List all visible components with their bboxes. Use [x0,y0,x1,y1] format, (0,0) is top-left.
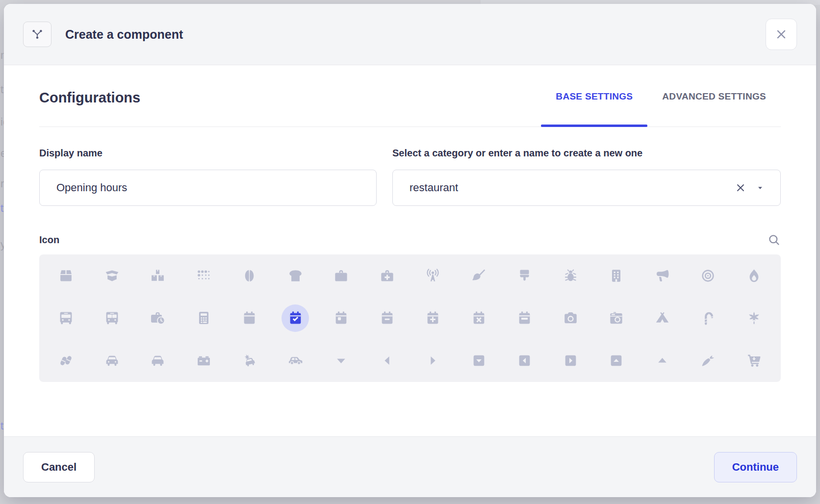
form-fields: Display name Select a category or enter … [39,148,781,206]
background-text-fragment: t [0,202,3,215]
continue-button[interactable]: Continue [714,452,797,482]
calendar-icon[interactable] [236,304,263,332]
camera-icon[interactable] [557,304,584,332]
briefcase-medical-icon[interactable] [373,262,401,289]
caret-square-right-icon[interactable] [557,347,584,375]
broadcast-tower-icon[interactable] [419,262,447,289]
display-name-input[interactable] [39,170,377,206]
modal-header: Create a component [4,4,816,65]
search-icon[interactable] [768,233,781,247]
calendar-day-icon[interactable] [328,304,355,332]
camera-retro-icon[interactable] [603,304,630,332]
modal-title: Create a component [65,27,183,42]
cancel-button[interactable]: Cancel [23,452,95,482]
category-label: Select a category or enter a name to cre… [392,148,781,159]
create-component-modal: Create a component Configurations BASE S… [4,4,816,497]
background-text-fragments: nticertyt [0,0,4,504]
modal-body: Configurations BASE SETTINGS ADVANCED SE… [4,90,816,382]
building-icon[interactable] [603,262,630,289]
background-text-fragment: ic [0,116,4,128]
background-text-fragment: t [0,83,3,96]
car-icon[interactable] [98,347,126,375]
tab-advanced-settings[interactable]: ADVANCED SETTINGS [647,91,781,126]
category-field-group: Select a category or enter a name to cre… [392,148,781,206]
component-icon [31,28,44,41]
car-battery-icon[interactable] [190,347,217,375]
section-title: Configurations [39,90,140,126]
box-open-icon[interactable] [98,262,126,289]
display-name-label: Display name [39,148,377,159]
car-alt-icon[interactable] [144,347,172,375]
background-text-fragment: e [0,147,4,160]
calculator-icon[interactable] [190,304,217,332]
category-input[interactable] [392,170,781,206]
category-combobox [392,170,781,206]
calendar-times-icon[interactable] [465,304,492,332]
section-head: Configurations BASE SETTINGS ADVANCED SE… [39,90,781,127]
display-name-field-group: Display name [39,148,377,206]
tab-bar: BASE SETTINGS ADVANCED SETTINGS [541,91,781,126]
carrot-icon[interactable] [694,347,722,375]
business-time-icon[interactable] [144,304,172,332]
caret-square-left-icon[interactable] [511,347,538,375]
bus-alt-icon[interactable] [98,304,126,332]
burn-icon[interactable] [740,262,768,289]
modal-footer: Cancel Continue [4,436,816,497]
background-text-fragment: r [0,177,4,190]
bug-icon[interactable] [557,262,584,289]
briefcase-icon[interactable] [328,262,355,289]
car-crash-icon[interactable] [236,347,263,375]
braille-icon[interactable] [190,262,217,289]
caret-square-down-icon[interactable] [465,347,492,375]
close-icon [775,28,788,41]
background-text-fragment: y [0,238,4,251]
caret-square-up-icon[interactable] [603,347,630,375]
bullseye-icon[interactable] [694,262,722,289]
brush-icon[interactable] [511,262,538,289]
caret-right-icon[interactable] [419,347,447,375]
cart-arrow-down-icon[interactable] [740,347,768,375]
bread-slice-icon[interactable] [282,262,309,289]
candy-cane-icon[interactable] [694,304,722,332]
broom-icon[interactable] [465,262,492,289]
clear-icon[interactable] [735,182,746,194]
bullhorn-icon[interactable] [648,262,676,289]
caret-up-icon[interactable] [648,347,676,375]
icon-label: Icon [39,234,59,246]
caret-down-icon[interactable] [328,347,355,375]
capsules-icon[interactable] [52,347,80,375]
calendar-week-icon[interactable] [511,304,538,332]
campground-icon[interactable] [648,304,676,332]
calendar-minus-icon[interactable] [373,304,401,332]
box-icon[interactable] [52,262,80,289]
icon-picker-head: Icon [39,233,781,247]
calendar-plus-icon[interactable] [419,304,447,332]
background-text-fragment: n [0,49,4,62]
component-icon-badge [23,22,51,47]
boxes-icon[interactable] [144,262,172,289]
close-button[interactable] [766,19,797,50]
cannabis-icon[interactable] [740,304,768,332]
calendar-check-icon[interactable] [282,304,309,332]
caret-down-icon[interactable] [756,184,764,192]
car-side-icon[interactable] [282,347,309,375]
bus-icon[interactable] [52,304,80,332]
icon-grid [39,254,781,382]
brain-icon[interactable] [236,262,263,289]
background-text-fragment: t [0,420,3,432]
caret-left-icon[interactable] [373,347,401,375]
tab-base-settings[interactable]: BASE SETTINGS [541,91,647,126]
